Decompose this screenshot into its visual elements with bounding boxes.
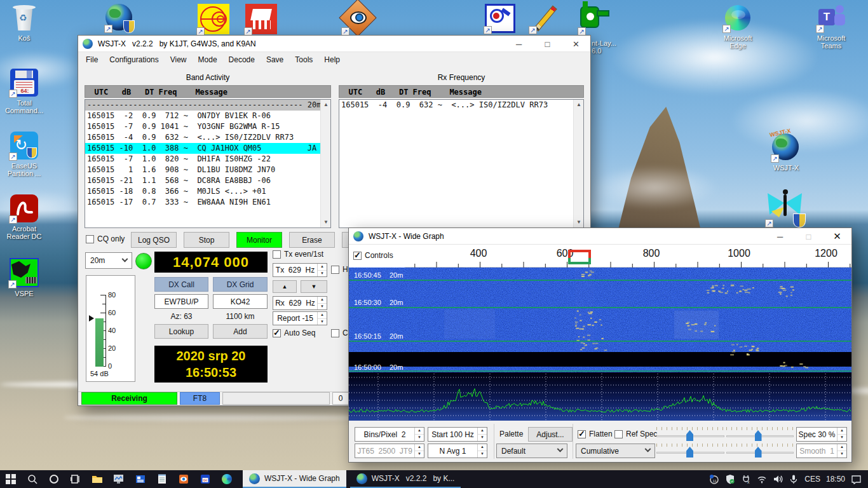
scroll-up-icon[interactable]: ▲ — [574, 100, 584, 110]
checkbox-box[interactable] — [331, 266, 339, 274]
close-button[interactable]: ✕ — [823, 228, 851, 245]
power-plug-icon[interactable]: x — [741, 474, 751, 484]
decode-row[interactable]: 165015 -4 0.9 632 ~ <...> IS0/IZ2DLV RR7… — [339, 100, 583, 111]
band-divider-row[interactable]: ----------------------------------------… — [85, 100, 330, 111]
menu-save[interactable]: Save — [261, 55, 289, 64]
search-icon[interactable] — [24, 470, 41, 488]
taskbar-button-wsjtx[interactable]: WSJT-X v2.2.2 by K... — [350, 470, 461, 488]
desktop-icon-teams[interactable]: T ↗ Microsoft Teams — [807, 4, 855, 50]
report-spinner[interactable]: Report -15 ▲▼ — [273, 311, 327, 325]
waterfall-gain-slider[interactable] — [656, 427, 724, 441]
cq-only-checkbox[interactable]: CQ only — [86, 234, 125, 243]
dx-call-field[interactable]: EW7BU/P — [154, 294, 208, 309]
scroll-up-icon[interactable]: ▲ — [321, 100, 331, 110]
rx-frequency-list[interactable]: 165015 -4 0.9 632 ~ <...> IS0/IZ2DLV RR7… — [339, 99, 584, 228]
checkbox-box[interactable] — [273, 250, 281, 259]
tx-up-button[interactable]: ▲ — [273, 280, 297, 293]
decode-row[interactable]: 165015 -18 0.8 366 ~ M0JLS <...> +01 — [85, 186, 330, 197]
language-indicator[interactable]: CES — [804, 475, 820, 484]
start-freq-spinner[interactable]: Start 100 Hz ▲▼ — [428, 427, 487, 442]
desktop-icon-butterfly[interactable]: ↗ — [763, 191, 811, 226]
ref-spec-checkbox[interactable]: Ref Spec — [614, 430, 657, 438]
desktop-icon-wsjtx[interactable]: WSJT-X ↗ WSJT-X — [762, 133, 810, 172]
desktop-icon-scope[interactable]: ↗ — [476, 4, 524, 33]
menu-tools[interactable]: Tools — [289, 55, 318, 64]
menu-mode[interactable]: Mode — [193, 55, 223, 64]
flatten-checkbox[interactable]: Flatten — [578, 430, 613, 438]
blue-window-app-icon[interactable] — [132, 470, 149, 488]
decode-row[interactable]: 165015 -17 0.7 333 ~ EW8AAA NI9H EN61 — [85, 197, 330, 208]
start-button[interactable] — [3, 470, 19, 488]
checkbox-box[interactable] — [86, 235, 94, 243]
scroll-down-icon[interactable]: ▼ — [574, 217, 584, 227]
desktop-icon-pencil[interactable]: ↗ — [522, 3, 570, 33]
minimize-button[interactable]: ─ — [766, 228, 794, 245]
spectrum-mode-combo[interactable]: Cumulative — [576, 444, 655, 458]
spinner-arrows[interactable]: ▲▼ — [477, 444, 487, 458]
desktop-icon-acrobat[interactable]: ↗ Acrobat Reader DC — [0, 194, 48, 240]
monitor-app-icon[interactable] — [111, 470, 127, 488]
wifi-icon[interactable] — [757, 474, 767, 484]
jt65-jt9-spinner[interactable]: JT65 2500 JT9 ▲▼ — [355, 444, 424, 458]
n-avg-spinner[interactable]: N Avg 1 ▲▼ — [428, 444, 487, 458]
dx-grid-field[interactable]: KO42 — [213, 294, 268, 309]
volume-icon[interactable] — [773, 474, 783, 484]
taskbar-button-wide-graph[interactable]: WSJT-X - Wide Graph — [243, 470, 346, 488]
spinner-arrows[interactable]: ▲▼ — [837, 444, 846, 458]
desktop-icon-smith-chart[interactable]: ↗ — [189, 4, 238, 34]
waterfall[interactable]: 16:50:45 20m 16:50:30 20m 16:50:15 20m 1… — [349, 268, 851, 422]
close-button[interactable]: ✕ — [562, 36, 590, 52]
total-commander-taskbar-icon[interactable]: 64 — [197, 470, 214, 488]
tx-down-button[interactable]: ▼ — [301, 280, 327, 293]
main-titlebar[interactable]: WSJT-X v2.2.2 by K1JT, G4WJS, and K9AN ─… — [78, 36, 590, 52]
menu-view[interactable]: View — [165, 55, 193, 64]
checkbox-box[interactable] — [614, 430, 623, 438]
frequency-scale[interactable]: 400 600 800 1000 1200 — [349, 246, 851, 268]
cortana-icon[interactable] — [46, 470, 62, 488]
notification-center-icon[interactable] — [851, 474, 862, 484]
decode-row[interactable]: 165015 -7 1.0 820 ~ DH1FA IS0HZG -22 — [85, 154, 330, 165]
decode-row-selected[interactable]: 165015 -10 1.0 388 ~ CQ JA1HOX QM05 JA — [85, 143, 330, 154]
erase-button[interactable]: Erase — [289, 232, 335, 248]
rx-freq-marker[interactable] — [569, 258, 590, 263]
maximize-button[interactable]: □ — [533, 36, 562, 52]
task-view-icon[interactable] — [67, 470, 84, 488]
desktop-icon-recycle-bin[interactable]: ♻ Koš — [0, 4, 48, 42]
monitor-button[interactable]: Monitor — [236, 232, 282, 248]
spinner-arrows[interactable]: ▲▼ — [837, 428, 846, 441]
menu-decode[interactable]: Decode — [223, 55, 261, 64]
tx-even-checkbox[interactable]: Tx even/1st — [273, 250, 323, 259]
menu-help[interactable]: Help — [318, 55, 346, 64]
adjust-button[interactable]: Adjust... — [528, 427, 573, 442]
spec-percent-spinner[interactable]: Spec 30 % ▲▼ — [796, 427, 847, 442]
decode-row[interactable]: 165015 -7 0.9 1041 ~ YO3GNF BG2WMA R-15 — [85, 121, 330, 132]
checkbox-box[interactable] — [273, 329, 281, 337]
controls-checkbox[interactable]: Controls — [353, 251, 393, 260]
add-button[interactable]: Add — [213, 324, 268, 339]
auto-seq-checkbox[interactable]: Auto Seq — [273, 329, 315, 337]
scrollbar[interactable]: ▲▼ — [573, 100, 583, 227]
desktop-icon-edge[interactable]: ↗ Microsoft Edge — [714, 4, 762, 50]
spinner-arrows[interactable]: ▲▼ — [414, 444, 424, 458]
desktop-icon-easeus[interactable]: ↻ ↗ EaseUS Partition ... — [0, 132, 48, 177]
scrollbar[interactable]: ▲▼ — [320, 100, 330, 227]
desktop-icon-wsjtx-shield[interactable]: ↗ — [95, 4, 144, 32]
maximize-button[interactable]: □ — [794, 228, 823, 245]
microphone-icon[interactable] — [789, 474, 799, 484]
decode-row[interactable]: 165015 -4 0.9 632 ~ <...> IS0/IZ2DLV RR7… — [85, 132, 330, 143]
band-selector[interactable]: 20m — [85, 252, 132, 269]
lookup-button[interactable]: Lookup — [154, 324, 208, 339]
wide-graph-titlebar[interactable]: WSJT-X - Wide Graph ─ □ ✕ — [349, 228, 851, 245]
spinner-arrows[interactable]: ▲▼ — [477, 428, 487, 441]
decode-row[interactable]: 165015 -21 1.1 568 ~ DC8RA EA8BBJ -06 — [85, 175, 330, 186]
defender-shield-icon[interactable] — [725, 474, 735, 484]
checkbox-box[interactable] — [353, 252, 362, 260]
desktop-icon-chip[interactable]: ↗ — [237, 4, 285, 34]
scroll-down-icon[interactable]: ▼ — [321, 217, 331, 227]
checkbox-box[interactable] — [331, 329, 339, 337]
file-explorer-icon[interactable] — [89, 470, 105, 488]
desktop-icon-vspe[interactable]: ↗ VSPE — [0, 258, 48, 297]
hold-tx-checkbox-partial[interactable]: Ho — [331, 265, 349, 274]
clock[interactable]: 18:50 — [826, 475, 845, 484]
spinner-arrows[interactable]: ▲▼ — [317, 312, 327, 325]
